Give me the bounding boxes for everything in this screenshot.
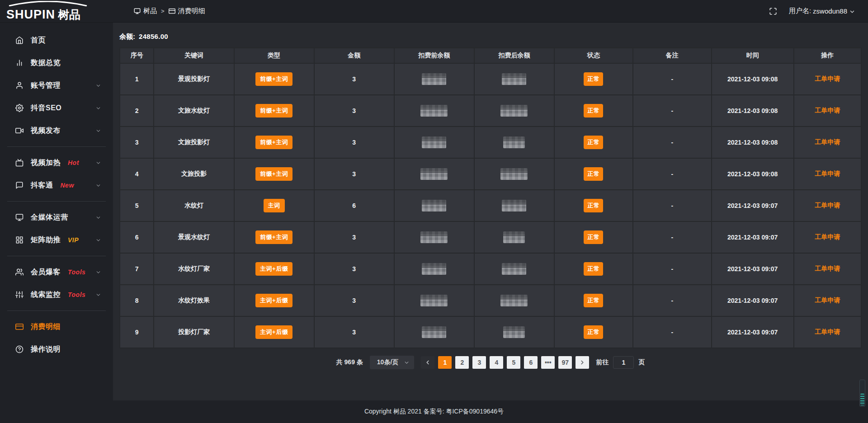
masked-value xyxy=(422,200,446,212)
work-order-link[interactable]: 工单申请 xyxy=(815,107,840,114)
cell-type: 主词 xyxy=(234,190,314,221)
sidebar-item-home[interactable]: 首页 xyxy=(0,29,113,52)
sliders-icon xyxy=(15,291,24,299)
cell-balance-after xyxy=(474,158,554,190)
cell-time: 2021-12-03 09:08 xyxy=(712,158,794,190)
cell-action: 工单申请 xyxy=(794,158,861,190)
sidebar: 首页数据总览账号管理抖音SEO视频发布视频加热Hot抖客通New全媒体运营矩阵助… xyxy=(0,23,113,400)
work-order-link[interactable]: 工单申请 xyxy=(815,328,840,335)
pagination: 共 969 条 10条/页 123456•••97 前往 页 xyxy=(119,356,862,369)
sidebar-item-media-ops[interactable]: 全媒体运营 xyxy=(0,206,113,229)
sidebar-menu: 首页数据总览账号管理抖音SEO视频发布视频加热Hot抖客通New全媒体运营矩阵助… xyxy=(0,29,113,361)
help-icon xyxy=(15,345,24,353)
sidebar-item-badge: Tools xyxy=(68,268,85,276)
cell-amount: 3 xyxy=(314,316,394,348)
page-size-select[interactable]: 10条/页 xyxy=(370,356,414,369)
type-badge: 前缀+主词 xyxy=(255,104,292,118)
logo-text-en: SHUPIN xyxy=(6,9,55,21)
sidebar-item-clue-monitor[interactable]: 线索监控Tools xyxy=(0,283,113,306)
brand-logo[interactable]: SHUPIN 树品 xyxy=(0,0,113,23)
page-ellipsis-button[interactable]: ••• xyxy=(541,356,555,369)
cell-note: - xyxy=(633,190,712,221)
prev-page-button[interactable] xyxy=(421,356,434,369)
cell-amount: 3 xyxy=(314,95,394,127)
user-menu[interactable]: 用户名: zswodun88 xyxy=(789,7,855,15)
cell-time: 2021-12-03 09:08 xyxy=(712,63,794,95)
masked-value xyxy=(422,326,446,338)
cell-balance-after xyxy=(474,285,554,316)
app-window: SHUPIN 树品 树品 > 消费明细 用户名: zswodun88 首页数据总… xyxy=(0,0,868,423)
breadcrumb-item-home[interactable]: 树品 xyxy=(134,7,157,15)
type-badge: 主词 xyxy=(264,199,285,212)
work-order-link[interactable]: 工单申请 xyxy=(815,265,840,272)
cell-status: 正常 xyxy=(554,221,633,253)
type-badge: 前缀+主词 xyxy=(255,230,292,244)
sidebar-item-consume-detail[interactable]: 消费明细 xyxy=(0,315,113,338)
cell-status: 正常 xyxy=(554,127,633,158)
masked-value xyxy=(500,105,528,117)
work-order-link[interactable]: 工单申请 xyxy=(815,170,840,177)
work-order-link[interactable]: 工单申请 xyxy=(815,296,840,304)
type-badge: 前缀+主词 xyxy=(255,136,292,149)
sidebar-item-douketong[interactable]: 抖客通New xyxy=(0,174,113,197)
masked-value xyxy=(422,136,446,148)
goto-label: 前往 xyxy=(596,358,609,367)
page-button-2[interactable]: 2 xyxy=(455,356,469,369)
sidebar-item-label: 抖客通 xyxy=(31,181,53,190)
consume-table: 序号关键词类型金额扣费前余额扣费后余额状态备注时间操作 1景观投影灯前缀+主词3… xyxy=(119,47,862,348)
cell-keyword: 水纹灯效果 xyxy=(154,285,234,316)
cell-keyword: 水纹灯 xyxy=(154,190,234,221)
column-header: 序号 xyxy=(120,48,154,63)
page-button-4[interactable]: 4 xyxy=(490,356,503,369)
logo-text-cn: 树品 xyxy=(58,9,80,20)
sidebar-item-account[interactable]: 账号管理 xyxy=(0,74,113,97)
cell-action: 工单申请 xyxy=(794,190,861,221)
masked-value xyxy=(500,168,528,180)
table-row: 2文旅水纹灯前缀+主词3正常-2021-12-03 09:08工单申请 xyxy=(120,95,861,127)
grid-icon xyxy=(15,236,24,244)
goto-page-input[interactable] xyxy=(613,356,634,369)
cell-keyword: 投影灯厂家 xyxy=(154,316,234,348)
cell-status: 正常 xyxy=(554,285,633,316)
type-badge: 主词+后缀 xyxy=(255,262,292,276)
cell-action: 工单申请 xyxy=(794,285,861,316)
sidebar-item-help[interactable]: 操作说明 xyxy=(0,338,113,361)
status-badge: 正常 xyxy=(584,136,603,149)
cell-status: 正常 xyxy=(554,253,633,285)
work-order-link[interactable]: 工单申请 xyxy=(815,202,840,209)
page-button-3[interactable]: 3 xyxy=(472,356,486,369)
fullscreen-icon[interactable] xyxy=(769,7,777,15)
sidebar-item-video-heat[interactable]: 视频加热Hot xyxy=(0,151,113,174)
sidebar-item-member-baoke[interactable]: 会员爆客Tools xyxy=(0,261,113,283)
cell-index: 6 xyxy=(120,221,154,253)
sidebar-divider xyxy=(7,310,106,311)
chevron-down-icon xyxy=(95,183,101,188)
cell-keyword: 文旅投影 xyxy=(154,158,234,190)
logo-arc xyxy=(7,1,89,6)
sidebar-item-data-overview[interactable]: 数据总览 xyxy=(0,52,113,74)
cell-balance-before xyxy=(394,63,474,95)
cell-action: 工单申请 xyxy=(794,316,861,348)
page-button-1[interactable]: 1 xyxy=(438,356,452,369)
next-page-button[interactable] xyxy=(576,356,589,369)
sidebar-item-matrix-boost[interactable]: 矩阵助推VIP xyxy=(0,229,113,251)
work-order-link[interactable]: 工单申请 xyxy=(815,233,840,240)
status-badge: 正常 xyxy=(584,167,603,181)
cell-action: 工单申请 xyxy=(794,221,861,253)
wallet-icon xyxy=(169,8,175,14)
page-button-6[interactable]: 6 xyxy=(524,356,538,369)
cell-amount: 3 xyxy=(314,63,394,95)
sidebar-divider xyxy=(7,201,106,202)
cell-note: - xyxy=(633,158,712,190)
breadcrumb-item-current[interactable]: 消费明细 xyxy=(169,7,205,15)
page-button-5[interactable]: 5 xyxy=(507,356,520,369)
page-button-97[interactable]: 97 xyxy=(558,356,572,369)
sidebar-item-video-publish[interactable]: 视频发布 xyxy=(0,119,113,142)
status-badge: 正常 xyxy=(584,262,603,276)
sidebar-item-douyin-seo[interactable]: 抖音SEO xyxy=(0,97,113,119)
sidebar-divider xyxy=(7,256,106,256)
work-order-link[interactable]: 工单申请 xyxy=(815,138,840,146)
sidebar-item-label: 操作说明 xyxy=(31,345,61,354)
work-order-link[interactable]: 工单申请 xyxy=(815,75,840,82)
column-header: 扣费前余额 xyxy=(394,48,474,63)
